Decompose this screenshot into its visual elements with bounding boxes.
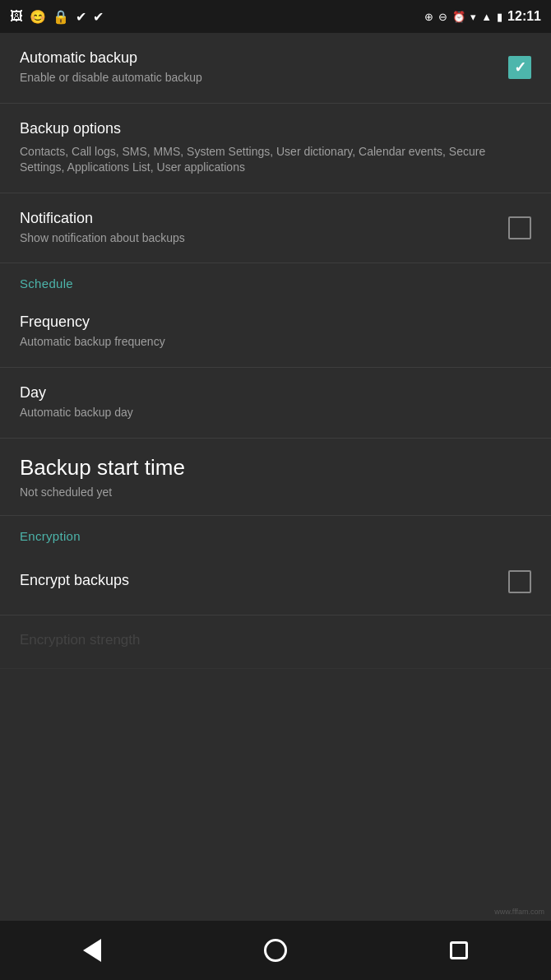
notification-checkbox[interactable] bbox=[508, 216, 531, 239]
signal-icon: ▲ bbox=[481, 11, 492, 23]
settings-content: Automatic backup Enable or disable autom… bbox=[0, 33, 551, 921]
status-time: 12:11 bbox=[507, 9, 541, 24]
home-icon bbox=[264, 939, 287, 962]
frequency-text: Frequency Automatic backup frequency bbox=[20, 314, 531, 351]
day-title: Day bbox=[20, 384, 518, 402]
encryption-section-header: Encryption bbox=[0, 516, 551, 550]
app-icon-2: 😊 bbox=[30, 9, 46, 25]
notification-title: Notification bbox=[20, 210, 495, 227]
bluetooth-icon: ⊕ bbox=[424, 11, 433, 23]
backup-start-time-item[interactable]: Backup start time Not scheduled yet bbox=[0, 439, 551, 516]
back-icon bbox=[83, 939, 101, 962]
day-item[interactable]: Day Automatic backup day bbox=[0, 368, 551, 439]
status-bar-left: 🖼 😊 🔒 ✔ ✔ bbox=[10, 9, 104, 25]
encryption-strength-title: Encryption strength bbox=[20, 632, 531, 648]
notification-text: Notification Show notification about bac… bbox=[20, 210, 508, 247]
recents-button[interactable] bbox=[434, 926, 484, 975]
backup-start-title: Backup start time bbox=[20, 455, 531, 481]
back-button[interactable] bbox=[67, 926, 117, 975]
alarm-icon: ⏰ bbox=[452, 11, 465, 23]
app-icon-4: ✔ bbox=[76, 9, 86, 25]
frequency-item[interactable]: Frequency Automatic backup frequency bbox=[0, 297, 551, 368]
automatic-backup-subtitle: Enable or disable automatic backup bbox=[20, 70, 495, 86]
day-subtitle: Automatic backup day bbox=[20, 405, 518, 421]
lock-icon: 🔒 bbox=[53, 9, 69, 25]
backup-options-subtitle: Contacts, Call logs, SMS, MMS, System Se… bbox=[20, 144, 531, 176]
encryption-strength-item: Encryption strength bbox=[0, 615, 551, 669]
backup-start-subtitle: Not scheduled yet bbox=[20, 485, 531, 499]
watermark: www.fffam.com bbox=[494, 908, 544, 916]
day-text: Day Automatic backup day bbox=[20, 384, 531, 421]
automatic-backup-checkbox[interactable] bbox=[508, 56, 531, 79]
frequency-subtitle: Automatic backup frequency bbox=[20, 334, 518, 351]
backup-options-title: Backup options bbox=[20, 120, 531, 137]
automatic-backup-text: Automatic backup Enable or disable autom… bbox=[20, 49, 508, 86]
notification-subtitle: Show notification about backups bbox=[20, 230, 495, 247]
encrypt-backups-title: Encrypt backups bbox=[20, 572, 495, 589]
minus-icon: ⊖ bbox=[438, 11, 447, 23]
frequency-title: Frequency bbox=[20, 314, 518, 331]
recents-icon bbox=[450, 941, 468, 959]
automatic-backup-title: Automatic backup bbox=[20, 49, 495, 67]
wifi-icon: ▾ bbox=[470, 11, 476, 23]
app-icon-5: ✔ bbox=[93, 9, 104, 25]
automatic-backup-item[interactable]: Automatic backup Enable or disable autom… bbox=[0, 33, 551, 104]
bottom-navigation bbox=[0, 921, 551, 980]
encrypt-backups-checkbox[interactable] bbox=[508, 570, 531, 593]
app-icon-1: 🖼 bbox=[10, 9, 23, 24]
status-bar: 🖼 😊 🔒 ✔ ✔ ⊕ ⊖ ⏰ ▾ ▲ ▮ 12:11 bbox=[0, 0, 551, 33]
notification-item[interactable]: Notification Show notification about bac… bbox=[0, 193, 551, 264]
battery-icon: ▮ bbox=[497, 11, 502, 23]
encrypt-backups-item[interactable]: Encrypt backups bbox=[0, 550, 551, 615]
home-button[interactable] bbox=[251, 926, 300, 975]
schedule-section-header: Schedule bbox=[0, 263, 551, 297]
encrypt-backups-text: Encrypt backups bbox=[20, 572, 508, 592]
status-bar-right: ⊕ ⊖ ⏰ ▾ ▲ ▮ 12:11 bbox=[424, 9, 541, 24]
backup-options-item[interactable]: Backup options Contacts, Call logs, SMS,… bbox=[0, 104, 551, 193]
